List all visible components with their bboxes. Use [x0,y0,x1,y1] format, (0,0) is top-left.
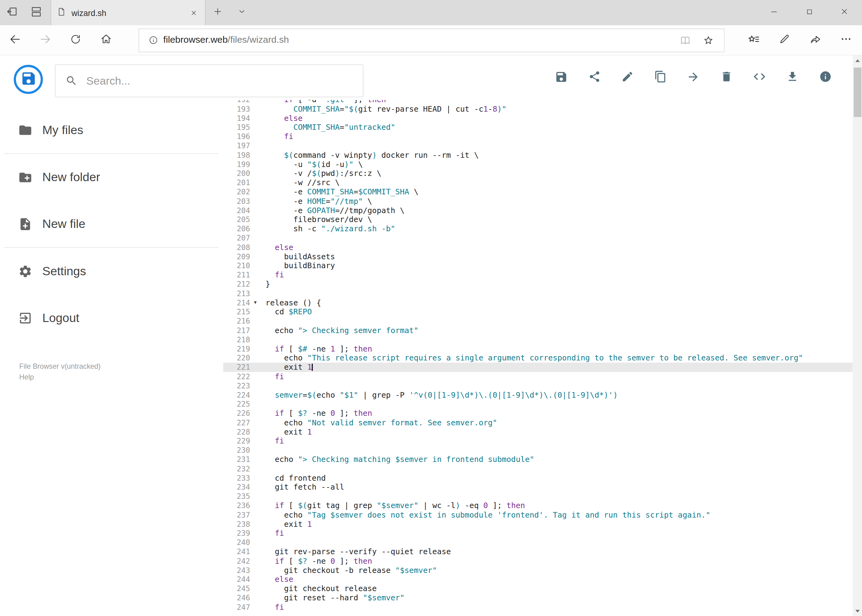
sidebar-item-new-folder[interactable]: New folder [0,154,223,201]
move-button[interactable] [687,71,700,84]
code-line[interactable]: 207 [223,233,853,243]
code-line[interactable]: 245 git checkout release [223,584,853,593]
code-line[interactable]: 208 else [223,243,853,252]
code-line[interactable]: 197 [223,141,853,150]
back-button[interactable] [0,25,30,55]
code-line[interactable]: 238 exit 1 [223,519,853,529]
code-line[interactable]: 198 $(command -v winpty) docker run --rm… [223,150,853,160]
web-note-button[interactable] [769,25,800,55]
raw-editor-button[interactable] [753,71,766,84]
code-line[interactable]: 195 COMMIT_SHA="untracked" [223,123,853,132]
code-line[interactable]: 194 else [223,113,853,123]
code-line[interactable]: 209 buildAssets [223,252,853,261]
code-line[interactable]: 241 git rev-parse --verify --quiet relea… [223,547,853,556]
filebrowser-logo[interactable] [14,65,43,94]
refresh-button[interactable] [60,25,90,55]
tab-preview-toggle[interactable] [230,0,254,25]
help-link[interactable]: Help [19,372,34,383]
site-info-icon[interactable] [148,35,158,45]
hub-favorites-button[interactable] [738,25,769,55]
fold-marker-icon[interactable]: ▼ [250,298,266,307]
code-line[interactable]: 223 [223,381,853,390]
code-line[interactable]: 224 semver=$(echo "$1" | grep -P '^v(0|[… [223,390,853,399]
search-box[interactable]: Search... [55,64,364,97]
code-line[interactable]: 229 fi [223,437,853,446]
code-line[interactable]: 212} [223,280,853,289]
code-line[interactable]: 233 cd frontend [223,473,853,482]
code-line[interactable]: 213 [223,289,853,298]
code-line[interactable]: 231 echo "> Checking matching $semver in… [223,455,853,464]
sidebar-item-logout[interactable]: Logout [0,294,223,341]
code-line[interactable]: 225 [223,399,853,409]
add-favorite-star-button[interactable] [697,29,720,51]
reading-view-button[interactable] [673,29,697,51]
set-tabs-aside-button[interactable] [0,0,24,25]
copy-button[interactable] [654,71,667,84]
code-line[interactable]: 235 [223,492,853,501]
code-line[interactable]: 221 exit 1 [223,363,853,372]
maximize-button[interactable] [791,0,827,25]
new-tab-button[interactable] [206,0,230,25]
code-line[interactable]: 232 [223,464,853,473]
code-line[interactable]: 220 echo "This release script requires a… [223,354,853,363]
code-line[interactable]: 214▼release () { [223,298,853,307]
code-line[interactable]: 203 -e HOME="//tmp" \ [223,196,853,206]
download-button[interactable] [786,71,799,84]
code-line[interactable]: 206 sh -c "./wizard.sh -b" [223,224,853,233]
code-line[interactable]: 230 [223,446,853,455]
close-window-button[interactable] [827,0,862,25]
code-line[interactable]: 239 fi [223,529,853,538]
code-line[interactable]: 210 buildBinary [223,261,853,270]
minimize-button[interactable] [756,0,791,25]
code-line[interactable]: 217 echo "> Checking semver format" [223,326,853,335]
code-line[interactable]: 215 cd $REPO [223,307,853,316]
code-line[interactable]: 237 echo "Tag $semver does not exist in … [223,510,853,519]
home-button[interactable] [91,25,121,55]
code-line[interactable]: 205 filebrowser/dev \ [223,215,853,224]
address-field[interactable]: filebrowser.web/files/wizard.sh [139,28,725,52]
save-button[interactable] [555,71,568,84]
tabs-set-aside-button[interactable] [24,0,49,25]
code-line[interactable]: 211 fi [223,270,853,280]
share-file-button[interactable] [588,71,601,84]
code-line[interactable]: 227 echo "Not valid semver format. See s… [223,418,853,427]
code-line[interactable]: 201 -w //src \ [223,178,853,187]
code-line[interactable]: 243 git checkout -b release "$semver" [223,566,853,575]
code-line[interactable]: 216 [223,316,853,326]
code-line[interactable]: 202 -e COMMIT_SHA=$COMMIT_SHA \ [223,187,853,196]
code-line[interactable]: 246 git reset --hard "$semver" [223,593,853,602]
delete-button[interactable] [720,71,733,84]
sidebar-item-settings[interactable]: Settings [0,248,223,295]
code-line[interactable]: 242 if [ $? -ne 0 ]; then [223,556,853,566]
code-line[interactable]: 247 fi [223,602,853,612]
code-line[interactable]: 204 -e GOPATH=//tmp/gopath \ [223,206,853,215]
scroll-up-arrow[interactable] [853,55,862,65]
scroll-down-arrow[interactable] [853,606,862,616]
sidebar-item-new-file[interactable]: New file [0,201,223,247]
sidebar-item-my-files[interactable]: My files [0,107,223,154]
code-line[interactable]: 222 fi [223,372,853,381]
code-line[interactable]: 226 if [ $? -ne 0 ]; then [223,409,853,418]
share-button[interactable] [800,25,830,55]
code-line[interactable]: 199 -u "$(id -u)" \ [223,160,853,169]
browser-tab[interactable]: wizard.sh [50,0,206,25]
code-line[interactable]: 236 if [ $(git tag | grep "$semver" | wc… [223,501,853,510]
code-line[interactable]: 234 git fetch --all [223,482,853,492]
code-line[interactable]: 218 [223,335,853,344]
info-button[interactable] [819,71,832,84]
tab-close-icon[interactable] [188,6,199,19]
code-editor[interactable]: 192 if [ -d ".git" ]; then193 COMMIT_SHA… [223,100,853,616]
code-line[interactable]: 192 if [ -d ".git" ]; then [223,100,853,104]
code-line[interactable]: 240 [223,538,853,547]
settings-more-button[interactable] [830,25,861,55]
vertical-scrollbar[interactable] [853,55,862,616]
code-line[interactable]: 244 else [223,575,853,584]
rename-button[interactable] [621,71,634,84]
code-line[interactable]: 196 fi [223,132,853,141]
forward-button[interactable] [30,25,60,55]
code-line[interactable]: 200 -v /$(pwd):/src:z \ [223,169,853,178]
code-line[interactable]: 193 COMMIT_SHA="$(git rev-parse HEAD | c… [223,104,853,113]
scrollbar-thumb[interactable] [853,68,861,117]
code-line[interactable]: 228 exit 1 [223,427,853,437]
code-line[interactable]: 219 if [ $# -ne 1 ]; then [223,344,853,354]
